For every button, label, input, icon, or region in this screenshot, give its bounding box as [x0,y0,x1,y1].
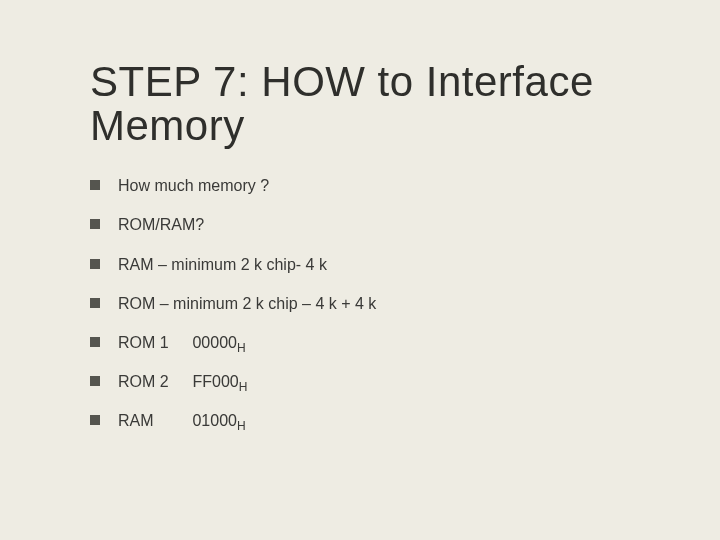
mem-addr: FF000 [192,373,238,390]
list-item: RAM 01000H [90,411,640,430]
list-item: ROM 2 FF000H [90,372,640,391]
addr-subscript: H [237,420,246,434]
mem-label: ROM 1 [118,333,188,352]
bullet-text: ROM/RAM? [118,216,204,233]
list-item: ROM/RAM? [90,215,640,234]
mem-addr: 00000 [192,334,237,351]
slide: STEP 7: HOW to Interface Memory How much… [0,0,720,540]
mem-label: ROM 2 [118,372,188,391]
addr-subscript: H [239,380,248,394]
list-item: ROM – minimum 2 k chip – 4 k + 4 k [90,294,640,313]
list-item: How much memory ? [90,176,640,195]
slide-title: STEP 7: HOW to Interface Memory [90,60,640,148]
bullet-text: RAM – minimum 2 k chip- 4 k [118,256,327,273]
bullet-text: ROM – minimum 2 k chip – 4 k + 4 k [118,295,376,312]
mem-addr: 01000 [192,412,237,429]
bullet-list: How much memory ? ROM/RAM? RAM – minimum… [90,176,640,430]
mem-label: RAM [118,411,188,430]
bullet-text: How much memory ? [118,177,269,194]
list-item: RAM – minimum 2 k chip- 4 k [90,255,640,274]
addr-subscript: H [237,341,246,355]
list-item: ROM 1 00000H [90,333,640,352]
